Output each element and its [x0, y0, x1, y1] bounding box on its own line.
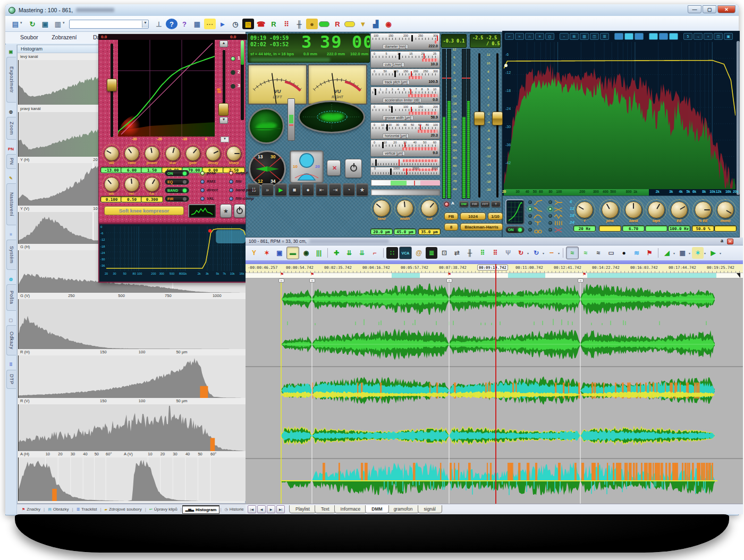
spectrum-tool-button-8[interactable]: ◫ [590, 33, 599, 40]
slider-marker[interactable] [382, 142, 384, 148]
faders-icon[interactable]: ╫ [293, 19, 305, 29]
marker-flag-3[interactable]: ⚑ [582, 272, 586, 277]
ips-panel-icon[interactable]: ▦ [191, 19, 203, 29]
table-columns-icon-dropdown[interactable]: ▾ [63, 21, 65, 25]
bars-icon[interactable]: ||| [313, 247, 325, 259]
left-tab-historie[interactable]: ◷Historie [222, 506, 247, 513]
quick-search-combobox[interactable]: ▼ [69, 20, 149, 29]
left-tab-histogram[interactable]: ▂▅▃Histogram [182, 505, 220, 514]
tab-nav-button-1[interactable]: ◀ [257, 505, 266, 513]
comp-up-button[interactable]: ▲ [219, 40, 228, 47]
filter-led-3-0[interactable] [528, 221, 532, 225]
spectrum-tool-button-16[interactable]: 5 [683, 33, 692, 40]
spectrum-tool-button-19[interactable]: ◫ [714, 33, 723, 40]
node-expand-icon[interactable]: ✚ [331, 247, 342, 259]
comp-knob-ratio[interactable] [124, 146, 139, 161]
waveform-display[interactable] [246, 278, 743, 504]
menu-item-zobrazení[interactable]: Zobrazení [52, 34, 77, 40]
sidebar-tab-pošta[interactable]: Pošta [6, 284, 16, 311]
analyzer-knob-EE[interactable] [671, 201, 688, 218]
tab-nav-button-3[interactable]: ▶| [276, 505, 285, 513]
green-pill-icon[interactable] [319, 21, 329, 27]
analyzer-knob-band[interactable] [625, 201, 642, 218]
clip-handle-3[interactable]: ıı [578, 278, 584, 283]
r-red-icon[interactable]: R [332, 19, 343, 29]
cutter-knob-width[interactable] [396, 200, 413, 217]
save-icon[interactable]: ▣ [274, 247, 285, 259]
cutter-small-button-T[interactable]: T [491, 201, 501, 207]
area-chart-icon-dropdown[interactable]: ▾ [673, 251, 675, 255]
led-matrix-icon[interactable]: ⠿ [281, 19, 292, 29]
comp-knob-gate[interactable] [185, 146, 200, 161]
transport-button-6[interactable]: ⇥ [329, 183, 341, 196]
sidebar-tab-nastavení[interactable]: Nastavení [6, 183, 16, 225]
analyzer-value-f[interactable]: 20 Hz [573, 225, 596, 232]
clip-handle-1[interactable]: ıı [309, 278, 315, 283]
analyzer-knob-taps[interactable] [648, 201, 665, 218]
lock-icon[interactable]: ● [306, 19, 318, 29]
loop30-blue-icon-dropdown[interactable]: ▾ [543, 251, 544, 255]
slider-marker[interactable] [399, 53, 400, 60]
sidebar-tab-odkazy[interactable]: Odkazy [6, 325, 16, 355]
analyzer-knob-f[interactable] [576, 201, 593, 218]
analyzer-value-EE[interactable]: 100.0 Hz [668, 225, 690, 232]
analyzer-value-taps[interactable] [645, 225, 667, 232]
gray-slider-bar[interactable] [371, 189, 440, 196]
spectrum-tool-button-9[interactable]: ☰ [600, 33, 609, 40]
cutter-value-land[interactable]: 20.0 µm [370, 228, 393, 235]
wave-black-icon[interactable]: ≈ [593, 247, 604, 259]
screen-icon[interactable]: ▭ [605, 247, 617, 259]
analyzer-value-pink[interactable] [599, 225, 621, 232]
spectrum-tool-button-1[interactable]: ≈ [515, 33, 524, 40]
transport-button-8[interactable]: ★ [356, 183, 368, 196]
soft-knee-compressor-button[interactable]: Soft knee kompresor [104, 206, 184, 215]
spectrum-tool-button-0[interactable]: ⌐ [505, 33, 514, 40]
maximize-button[interactable]: ▢ [703, 5, 716, 13]
comp-knob-power[interactable] [145, 146, 159, 161]
compressor-spinbox[interactable]: ▼ [221, 137, 229, 142]
combobox-dropdown-button[interactable]: ▼ [142, 21, 148, 28]
cutter-small-button-FFT[interactable]: FFT [480, 201, 490, 207]
wifi-icon[interactable]: ≋ [631, 247, 642, 259]
spectrum-tool-button-15[interactable] [669, 33, 678, 40]
cutter-small-button-DW[interactable]: DW [459, 201, 469, 207]
timeline-ruler[interactable]: -00:00:46.25700:00:54.74200:02:35.74200:… [246, 264, 743, 273]
r-green-icon[interactable]: R [268, 19, 280, 29]
filter-led-4-1[interactable] [548, 228, 552, 232]
clip-handle-2[interactable]: ıı [446, 278, 452, 283]
window-layout-icon[interactable]: ▤ [10, 19, 21, 29]
table-columns-icon[interactable]: ▥ [52, 19, 64, 29]
transport-button-1[interactable]: » [261, 183, 274, 196]
comp-input-fader-handle[interactable] [107, 79, 117, 91]
spectrum-scrollbar[interactable] [737, 41, 740, 195]
context-help-icon[interactable]: ? [179, 19, 190, 29]
comp-knob-d-w[interactable] [165, 146, 180, 161]
slider-marker[interactable] [391, 106, 393, 113]
filter-led-0-1[interactable] [548, 200, 552, 204]
record-icon[interactable]: ◉ [383, 19, 394, 29]
spectrum-tool-button-14[interactable] [659, 33, 668, 40]
comp-value-ratio[interactable]: 6.00 [121, 167, 143, 173]
tab-nav-button-2[interactable]: ▶ [267, 505, 275, 513]
pin-icon[interactable]: ⊥ [153, 19, 165, 29]
comp-knob-f.a.[interactable] [145, 177, 159, 192]
red-dots-icon[interactable]: ⠿ [489, 247, 501, 259]
limiter-curve-icon[interactable]: ⌐ [369, 247, 381, 259]
transport-button-5[interactable]: ⇤ [316, 183, 328, 196]
cutter-slider-diameter[interactable]: 100150200250300diameter [mm]222.0 [370, 33, 440, 50]
analyzer-value-band[interactable]: 6.70 [622, 225, 645, 232]
cutter-button-Blackman-Harris[interactable]: Blackman-Harris [460, 223, 503, 231]
close-button[interactable]: ✕ [717, 5, 735, 13]
comp-value-f.a.[interactable]: 0.300 [141, 196, 163, 202]
cutter-slider-vertical[interactable]: 0102030405060vertical [µm]9.0 [370, 140, 440, 157]
spectrum-tool-button-18[interactable]: ＋ [704, 33, 713, 40]
chart-icon[interactable]: ▟ [370, 19, 382, 29]
left-tab-značky[interactable]: ⚑Značky [19, 506, 43, 513]
eject-button[interactable]: ✕ [327, 160, 341, 176]
cutter-slider-acceleration[interactable]: 012345678910acceleration limiter [dB]0.0 [370, 87, 440, 104]
cutter-button-FB[interactable]: FB [444, 213, 458, 220]
comp-knob-sharp[interactable] [226, 146, 241, 161]
transport-button-3[interactable]: ■ [289, 183, 301, 196]
marker-flag-1[interactable]: ⚑ [310, 272, 314, 277]
comp-knob-decay[interactable] [206, 146, 221, 161]
